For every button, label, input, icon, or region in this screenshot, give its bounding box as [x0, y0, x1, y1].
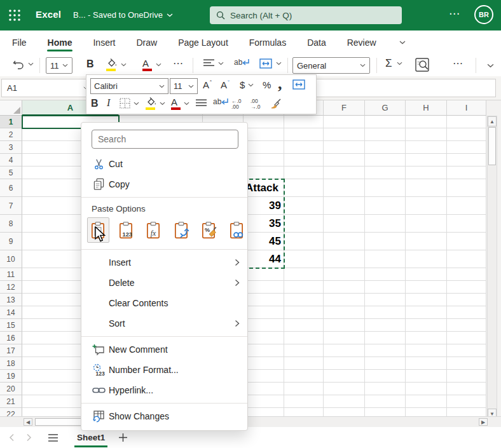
- app-launcher-icon[interactable]: [8, 9, 21, 22]
- row-header-15[interactable]: 15: [0, 319, 22, 332]
- menu-item-sort[interactable]: Sort: [81, 313, 247, 334]
- row-header-8[interactable]: 8: [0, 215, 22, 233]
- all-sheets-icon[interactable]: [48, 434, 58, 442]
- row-header-13[interactable]: 13: [0, 294, 22, 306]
- topbar-more-icon[interactable]: ⋯: [449, 7, 460, 20]
- prev-sheet-icon[interactable]: [9, 433, 15, 442]
- next-sheet-icon[interactable]: [26, 433, 32, 442]
- row-header-6[interactable]: 6: [0, 179, 22, 197]
- mini-bold-button[interactable]: B: [91, 98, 99, 109]
- row-header-3[interactable]: 3: [0, 141, 22, 154]
- search-input[interactable]: Search (Alt + Q): [210, 6, 402, 24]
- tab-file[interactable]: File: [11, 32, 27, 53]
- row-header-21[interactable]: 21: [0, 395, 22, 408]
- row-header-17[interactable]: 17: [0, 344, 22, 357]
- column-header-I[interactable]: I: [447, 100, 486, 116]
- row-header-14[interactable]: 14: [0, 306, 22, 319]
- menu-item-copy[interactable]: Copy: [81, 174, 247, 194]
- row-header-11[interactable]: 11: [0, 268, 22, 281]
- row-header-10[interactable]: 10: [0, 250, 22, 268]
- menu-item-number-format[interactable]: 123Number Format...: [81, 360, 247, 380]
- autosum-button[interactable]: Σ: [385, 57, 402, 70]
- bold-button[interactable]: B: [86, 58, 94, 70]
- merge-button[interactable]: [259, 58, 282, 69]
- spreadsheet-grid[interactable]: ABCDEFGHI1234567891011121314151617181920…: [0, 100, 501, 416]
- row-header-1[interactable]: 1: [0, 116, 22, 128]
- name-box[interactable]: A1: [1, 79, 94, 97]
- tab-page-layout[interactable]: Page Layout: [177, 32, 229, 53]
- font-size-select[interactable]: 11: [46, 57, 72, 74]
- tab-formulas[interactable]: Formulas: [249, 32, 287, 53]
- toolbar-more-icon[interactable]: ⋯: [453, 57, 463, 69]
- row-header-16[interactable]: 16: [0, 332, 22, 344]
- decrease-decimal-button[interactable]: ←.0 .00: [231, 98, 242, 110]
- menu-item-insert[interactable]: Insert: [81, 252, 247, 273]
- mini-wrap-text-button[interactable]: ab: [213, 97, 229, 106]
- menu-item-clear-contents[interactable]: Clear Contents: [81, 293, 247, 313]
- row-header-22[interactable]: 22: [0, 408, 22, 416]
- grow-font-button[interactable]: Aˆ: [203, 79, 212, 90]
- row-header-4[interactable]: 4: [0, 154, 22, 166]
- row-header-18[interactable]: 18: [0, 357, 22, 370]
- mini-font-name-select[interactable]: Calibri: [90, 78, 168, 94]
- column-header-G[interactable]: G: [365, 100, 406, 116]
- tab-draw[interactable]: Draw: [135, 32, 158, 53]
- mini-align-button[interactable]: [196, 99, 207, 107]
- number-format-select[interactable]: General: [292, 57, 370, 74]
- collapse-ribbon-icon[interactable]: [487, 64, 494, 68]
- vertical-scrollbar[interactable]: ▲ ▼: [487, 116, 497, 419]
- wrap-text-button[interactable]: ab: [234, 58, 250, 67]
- menu-item-hyperlink[interactable]: Hyperlink...: [81, 380, 247, 400]
- row-header-2[interactable]: 2: [0, 128, 22, 141]
- column-header-H[interactable]: H: [406, 100, 447, 116]
- paste-link-button[interactable]: [226, 217, 248, 243]
- app-name[interactable]: Excel: [36, 9, 61, 20]
- mini-merge-button[interactable]: [292, 79, 305, 90]
- vertical-scroll-thumb[interactable]: [488, 127, 496, 165]
- format-painter-button[interactable]: [270, 97, 282, 109]
- tab-home[interactable]: Home: [47, 32, 73, 53]
- align-button[interactable]: [203, 59, 224, 67]
- mini-fill-color-button[interactable]: [146, 97, 165, 110]
- shrink-font-button[interactable]: Aˇ: [221, 79, 230, 90]
- menu-item-show-changes[interactable]: Show Changes: [81, 406, 247, 426]
- document-title[interactable]: B... - Saved to OneDrive: [73, 10, 173, 20]
- horizontal-scrollbar[interactable]: ◀ ▶: [0, 416, 501, 427]
- mini-italic-button[interactable]: I: [107, 97, 110, 109]
- scroll-up-icon[interactable]: ▲: [488, 116, 497, 126]
- menu-item-new-comment[interactable]: New Comment: [81, 339, 247, 360]
- scroll-left-icon[interactable]: ◀: [24, 418, 32, 426]
- column-header-F[interactable]: F: [324, 100, 365, 116]
- tab-view[interactable]: Review: [347, 32, 377, 53]
- scroll-right-icon[interactable]: ▶: [479, 418, 488, 426]
- add-sheet-icon[interactable]: [119, 433, 127, 442]
- paste-formatting-button[interactable]: %: [198, 217, 220, 243]
- tab-insert[interactable]: Insert: [92, 32, 116, 53]
- paste-transpose-button[interactable]: [170, 217, 193, 243]
- fill-color-button[interactable]: [106, 58, 127, 71]
- row-header-7[interactable]: 7: [0, 197, 22, 215]
- comma-format-button[interactable]: ,: [278, 74, 282, 93]
- row-header-5[interactable]: 5: [0, 166, 22, 179]
- borders-button[interactable]: [120, 98, 139, 109]
- paste-values-button[interactable]: 123: [115, 217, 137, 243]
- context-menu-search-input[interactable]: [92, 130, 238, 149]
- ribbon-tabs-overflow-icon[interactable]: [399, 41, 406, 44]
- mini-font-size-select[interactable]: 11: [170, 78, 198, 94]
- paste-formulas-button[interactable]: fx: [142, 217, 165, 243]
- row-header-19[interactable]: 19: [0, 370, 22, 383]
- mini-font-color-button[interactable]: A: [171, 97, 189, 110]
- menu-item-delete[interactable]: Delete: [81, 273, 247, 293]
- percent-format-button[interactable]: %: [263, 79, 271, 90]
- row-header-12[interactable]: 12: [0, 281, 22, 294]
- row-header-9[interactable]: 9: [0, 233, 22, 250]
- avatar[interactable]: BR: [474, 5, 493, 24]
- font-color-button[interactable]: A: [142, 58, 161, 71]
- undo-button[interactable]: [13, 58, 34, 69]
- find-button[interactable]: [415, 57, 430, 72]
- tab-review[interactable]: Data: [306, 32, 327, 53]
- currency-format-button[interactable]: $: [240, 79, 254, 90]
- increase-decimal-button[interactable]: .00 →.0: [251, 98, 261, 110]
- row-header-20[interactable]: 20: [0, 383, 22, 395]
- menu-item-cut[interactable]: Cut: [81, 154, 247, 174]
